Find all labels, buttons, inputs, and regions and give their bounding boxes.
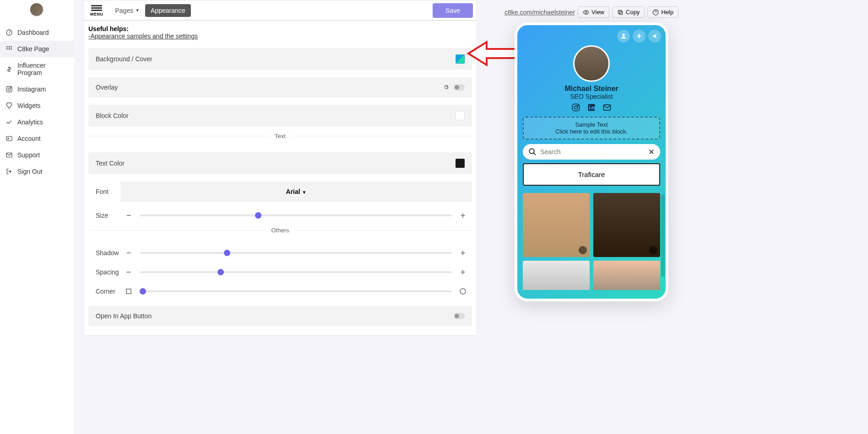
editor-panel: MENU Pages ▼ Appearance Save Useful help… [83,0,477,336]
slider-label: Shadow [92,249,118,257]
preview-avatar[interactable] [573,45,610,82]
sample-text-block[interactable]: Sample Text Click here to edit this bloc… [523,117,660,139]
instagram-icon[interactable] [571,103,580,112]
row-font: Font Arial ▼ [88,182,472,202]
row-background[interactable]: Background / Cover [88,48,472,70]
row-block-color[interactable]: Block Color [88,105,472,127]
size-slider[interactable] [140,214,452,216]
save-button[interactable]: Save [433,3,473,18]
copy-button[interactable]: Copy [612,6,645,18]
svg-rect-6 [11,48,12,50]
grid-tile[interactable] [523,261,590,290]
nav-label: Dashboard [17,29,49,36]
view-button[interactable]: View [578,6,609,18]
nav-label: Analytics [17,118,43,126]
block-color-swatch[interactable] [456,111,465,120]
user-icon [620,32,627,40]
svg-point-21 [577,105,578,106]
grid-tile[interactable] [523,193,590,257]
link-icon [579,246,587,254]
search-icon [528,148,537,156]
svg-rect-5 [9,48,10,50]
nav-account[interactable]: Account [0,130,74,147]
font-select[interactable]: Arial ▼ [120,182,472,202]
nav-influencer[interactable]: Influencer Program [0,57,74,81]
nav-widgets[interactable]: Widgets [0,97,74,114]
tab-pages[interactable]: Pages ▼ [110,2,146,19]
text-color-swatch[interactable] [456,159,465,168]
link-button[interactable]: Traficare [523,163,660,186]
eye-icon [583,9,589,16]
menu-button[interactable]: MENU [84,2,110,18]
nav-support[interactable]: Support [0,147,74,163]
decrease-button[interactable]: − [123,210,134,221]
svg-point-26 [529,149,534,154]
add-icon-button[interactable] [633,30,646,43]
avatar[interactable] [29,2,44,17]
chevron-down-icon: ▼ [302,190,307,195]
grid-tile[interactable] [593,261,660,290]
sample-line2: Click here to edit this block. [527,128,656,135]
decrease-button[interactable]: − [123,267,134,278]
profile-icon-button[interactable] [617,30,630,43]
nav-dashboard[interactable]: Dashboard [0,24,74,41]
tab-label: Pages [115,7,134,14]
gear-icon[interactable] [443,84,449,91]
overlay-toggle[interactable] [454,84,465,91]
row-text-color[interactable]: Text Color [88,152,472,174]
preview-name: Michael Steiner [517,85,666,93]
row-overlay[interactable]: Overlay [88,77,472,97]
increase-button[interactable]: + [457,247,468,258]
decrease-button[interactable]: − [123,247,134,258]
svg-point-14 [585,11,587,13]
spacing-slider[interactable] [140,271,452,273]
nav-label: Support [17,151,40,159]
mail-icon[interactable] [602,103,612,112]
helps-link[interactable]: -Appearance samples and the settings [88,32,472,40]
open-in-app-toggle[interactable] [454,313,465,319]
copy-icon [617,9,624,16]
tab-appearance[interactable]: Appearance [145,4,191,17]
image-grid [517,189,666,290]
nav-c8ke-page[interactable]: C8ke Page [0,41,74,57]
linkedin-icon[interactable] [587,103,596,112]
help-button[interactable]: Help [647,6,678,18]
row-open-in-app[interactable]: Open In App Button [88,306,472,326]
card-icon [5,135,13,142]
nav-label: Instagram [17,86,46,93]
grid-tile[interactable] [593,193,660,257]
increase-button[interactable]: + [457,210,468,221]
shadow-slider[interactable] [140,252,452,254]
svg-point-8 [8,88,10,90]
link-icon [649,246,657,254]
diamond-icon [5,102,13,109]
svg-rect-23 [589,107,591,110]
help-icon [652,9,659,16]
corner-slider[interactable] [140,290,452,292]
nav-instagram[interactable]: Instagram [0,81,74,97]
nav-label: C8ke Page [17,45,49,53]
row-label: Block Color [96,112,456,119]
svg-rect-1 [6,46,8,48]
row-spacing: Spacing − + [88,267,472,278]
share-icon-button[interactable] [648,30,661,43]
increase-button[interactable]: + [457,267,468,278]
profile-url[interactable]: c8ke.com/michaelsteiner [505,9,575,16]
hamburger-icon [91,4,102,12]
scrollbar[interactable] [661,194,665,277]
nav-analytics[interactable]: Analytics [0,114,74,130]
signout-icon [5,168,13,175]
close-icon[interactable] [648,149,655,155]
background-swatch[interactable] [456,54,465,64]
row-size: Size − + [88,210,472,221]
search-bar[interactable] [523,144,660,160]
corner-circle-button[interactable] [457,286,468,297]
nav-label: Account [17,135,41,142]
nav-signout[interactable]: Sign Out [0,163,74,180]
circle-icon [460,288,466,295]
search-input[interactable] [540,148,645,155]
svg-point-9 [11,87,11,88]
preview-subtitle: SEO Specialist [517,93,666,100]
row-corner: Corner [88,286,472,297]
corner-square-button[interactable] [123,286,134,297]
